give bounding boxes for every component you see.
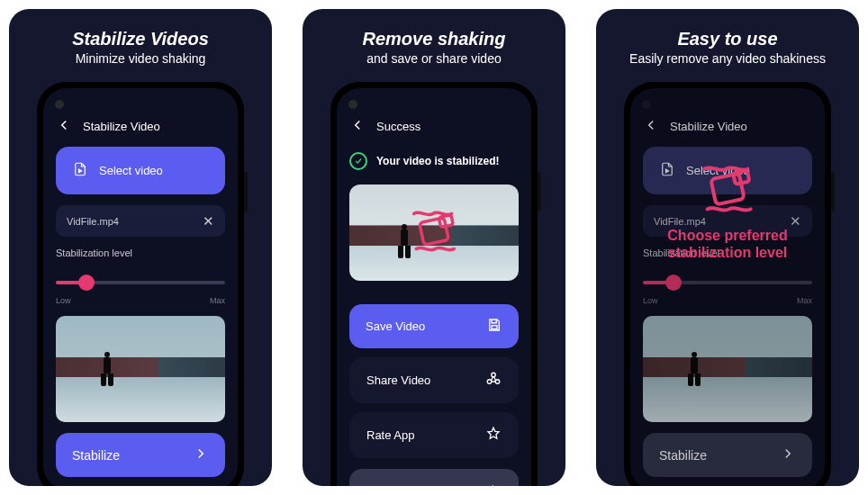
camera-hole — [348, 100, 357, 109]
file-chip: VidFile.mp4 ✕ — [56, 205, 225, 237]
screen-header: Stabilize Video — [56, 117, 225, 136]
phone-mock: Success Your video is stabilized! — [330, 82, 538, 486]
check-circle-icon — [349, 152, 367, 170]
svg-point-3 — [492, 373, 496, 377]
card-subtitle: Minimize video shaking — [76, 51, 206, 66]
volume-key — [538, 172, 541, 212]
svg-point-4 — [487, 380, 492, 384]
card-title: Easy to use — [677, 29, 777, 50]
video-file-icon — [72, 161, 88, 180]
chevron-right-icon — [193, 446, 209, 464]
rate-label: Rate App — [366, 428, 415, 442]
promo-card-1: Stabilize Videos Minimize video shaking … — [9, 9, 272, 486]
app-screen: Stabilize Video Select video VidFile.mp4… — [630, 88, 825, 486]
file-chip: VidFile.mp4 ✕ — [643, 205, 812, 237]
video-preview — [56, 316, 225, 422]
card-subtitle: and save or share video — [366, 51, 501, 66]
tick-low: Low — [56, 296, 71, 305]
svg-point-5 — [495, 380, 500, 384]
tick-low: Low — [643, 296, 658, 305]
volume-key — [244, 172, 248, 212]
svg-rect-0 — [420, 217, 449, 244]
level-label: Stabilization level — [56, 248, 225, 258]
shake-overlay-icon — [402, 200, 466, 266]
cta-label: Stabilize — [72, 448, 120, 463]
finish-label: Finish — [366, 484, 399, 487]
close-icon[interactable]: ✕ — [203, 214, 214, 228]
svg-rect-2 — [492, 326, 497, 329]
screen-title: Stabilize Video — [83, 120, 160, 133]
save-video-button[interactable]: Save Video — [349, 304, 519, 348]
stabilize-button[interactable]: Stabilize — [56, 433, 225, 477]
app-screen: Success Your video is stabilized! — [337, 88, 531, 486]
file-name: VidFile.mp4 — [654, 216, 706, 227]
tick-max: Max — [210, 296, 225, 305]
finish-button[interactable]: Finish — [349, 469, 519, 486]
back-icon[interactable] — [56, 117, 72, 136]
phone-mock: Stabilize Video Select video VidFile.mp4… — [37, 82, 244, 486]
back-icon[interactable] — [643, 117, 659, 136]
slider-ticks: Low Max — [643, 296, 812, 305]
select-video-button[interactable]: Select video — [643, 147, 812, 194]
card-subtitle: Easily remove any video shakiness — [629, 51, 826, 66]
camera-hole — [55, 100, 64, 109]
slider-ticks: Low Max — [56, 296, 225, 305]
screen-header: Stabilize Video — [643, 117, 812, 136]
success-message: Your video is stabilized! — [376, 155, 499, 167]
file-name: VidFile.mp4 — [67, 216, 119, 227]
cta-label: Stabilize — [659, 448, 707, 463]
select-video-label: Select video — [99, 164, 163, 177]
screen-title: Success — [376, 120, 420, 133]
success-banner: Your video is stabilized! — [349, 152, 519, 170]
save-icon — [486, 317, 502, 336]
back-icon[interactable] — [349, 117, 366, 136]
phone-mock: Stabilize Video Select video VidFile.mp4… — [624, 82, 831, 486]
volume-key — [831, 172, 835, 212]
share-icon — [485, 371, 502, 390]
close-icon[interactable]: ✕ — [790, 214, 801, 228]
select-video-label: Select video — [686, 164, 750, 177]
share-video-button[interactable]: Share Video — [349, 357, 519, 403]
promo-card-3: Easy to use Easily remove any video shak… — [596, 9, 859, 486]
video-preview — [643, 316, 812, 422]
card-title: Remove shaking — [363, 29, 506, 50]
stabilization-slider[interactable] — [56, 273, 225, 292]
save-label: Save Video — [366, 320, 425, 333]
stabilization-slider[interactable] — [643, 273, 812, 292]
screen-title: Stabilize Video — [670, 120, 747, 133]
stabilize-button[interactable]: Stabilize — [643, 433, 812, 477]
tick-max: Max — [797, 296, 812, 305]
card-title: Stabilize Videos — [72, 29, 209, 50]
chevron-right-icon — [486, 482, 502, 486]
promo-card-2: Remove shaking and save or share video S… — [303, 9, 565, 486]
level-label: Stabilization level — [643, 248, 812, 258]
star-icon — [485, 426, 502, 445]
app-screen: Stabilize Video Select video VidFile.mp4… — [43, 88, 238, 486]
screen-header: Success — [349, 117, 519, 136]
video-preview — [349, 184, 519, 281]
video-file-icon — [659, 161, 675, 180]
rate-app-button[interactable]: Rate App — [349, 412, 519, 458]
share-label: Share Video — [366, 374, 430, 387]
select-video-button[interactable]: Select video — [56, 147, 225, 194]
chevron-right-icon — [780, 446, 796, 464]
